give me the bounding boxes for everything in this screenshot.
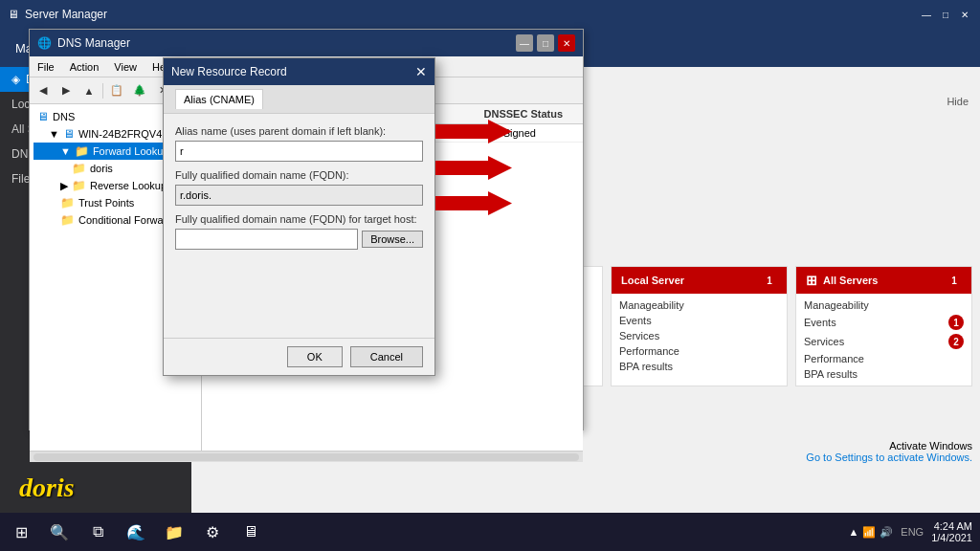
dns-action-menu[interactable]: Action [62,59,107,75]
local-server-body: Manageability Events Services Performanc… [612,294,787,378]
grid-icon: ⊞ [806,273,817,288]
watermark-text: doris [19,473,75,502]
local-server-tile: Local Server 1 Manageability Events Serv… [611,266,788,386]
expand-icon: ▼ [60,145,71,157]
activate-windows-notice: Activate Windows Go to Settings to activ… [806,440,972,463]
all-servers-header: ⊞ All Servers 1 [796,267,971,294]
folder-icon-trust: 📁 [60,196,75,209]
server-manager-titlebar: 🖥 Server Manager — □ ✕ [0,0,980,29]
local-manageability: Manageability [619,298,779,313]
folder-icon-rev: 📁 [72,179,86,192]
dialog-tab-bar: Alias (CNAME) [164,85,434,114]
hide-button[interactable]: Hide [947,96,969,107]
task-view-button[interactable]: ⧉ [80,515,115,549]
separator [102,83,103,99]
maximize-button[interactable]: □ [938,7,953,22]
taskbar-right: ▲ 📶 🔊 ENG 4:24 AM 1/4/2021 [848,520,980,543]
browse-button[interactable]: Browse... [362,231,423,248]
taskbar: ⊞ 🔍 ⧉ 🌊 📁 ⚙ 🖥 ▲ 📶 🔊 ENG 4:24 AM 1/4/2021 [0,513,980,551]
explorer-button[interactable]: 📁 [157,515,191,549]
alias-label: Alias name (uses parent domain if left b… [175,125,423,137]
local-performance: Performance [619,343,779,359]
folder-icon: 📁 [75,144,89,158]
local-events: Events [619,313,779,328]
server-icon: 🖥 [8,8,19,21]
all-events: Events 1 [804,313,964,332]
alias-input[interactable] [175,141,423,162]
dns-forward-btn[interactable]: ▶ [56,81,76,100]
dns-titlebar: 🌐 DNS Manager — □ ✕ [30,30,583,56]
collapse-icon: ▼ [49,128,59,140]
all-servers-body: Manageability Events 1 Services 2 Perfor… [796,294,971,386]
target-input[interactable] [175,229,358,250]
local-services: Services [619,328,779,343]
fqdn-label: Fully qualified domain name (FQDN): [175,169,423,181]
pinned-app[interactable]: 🖥 [234,515,268,549]
close-button[interactable]: ✕ [957,7,972,22]
language-indicator: ENG [901,526,924,538]
dns-file-menu[interactable]: File [30,59,62,75]
folder-icon-cond: 📁 [60,213,75,227]
server-manager-title: 🖥 Server Manager [8,8,107,21]
dns-tree-btn[interactable]: 🌲 [130,81,149,100]
dns-icon: 🌐 [37,36,52,50]
all-manageability: Manageability [804,298,964,313]
dialog-spacer [164,261,434,338]
all-services: Services 2 [804,332,964,351]
dns-maximize-btn[interactable]: □ [537,34,554,52]
start-button[interactable]: ⊞ [4,515,38,549]
taskbar-left: ⊞ 🔍 ⧉ 🌊 📁 ⚙ 🖥 [0,515,268,549]
local-server-header: Local Server 1 [612,267,787,294]
all-performance: Performance [804,351,964,366]
watermark: doris [19,473,75,503]
dialog-footer: OK Cancel [164,338,434,375]
dialog-titlebar: New Resource Record ✕ [164,58,434,85]
col-dnssec: DNSSEC Status [484,108,576,120]
ok-button[interactable]: OK [287,346,343,367]
new-resource-record-dialog: New Resource Record ✕ Alias (CNAME) Alia… [163,57,435,376]
titlebar-controls: — □ ✕ [919,7,972,22]
cancel-button[interactable]: Cancel [350,346,423,367]
all-bpa: BPA results [804,366,964,382]
server-icon: 🖥 [63,127,75,141]
dns-show-btn[interactable]: 📋 [107,81,126,100]
dns-titlebar-controls: — □ ✕ [516,34,575,52]
dns-scrollbar [30,451,583,462]
minimize-button[interactable]: — [919,7,934,22]
dns-root-icon: 🖥 [37,110,49,123]
dns-up-btn[interactable]: ▲ [79,81,99,100]
target-label: Fully qualified domain name (FQDN) for t… [175,213,423,225]
fqdn-input[interactable] [175,185,423,206]
expand-icon-rev: ▶ [60,180,68,192]
dns-view-menu[interactable]: View [106,59,145,75]
taskbar-clock[interactable]: 4:24 AM 1/4/2021 [931,520,972,543]
system-tray: ▲ 📶 🔊 [848,526,893,539]
app-button[interactable]: ⚙ [195,515,230,549]
dashboard-icon: ◈ [11,73,20,86]
dialog-close-button[interactable]: ✕ [415,64,427,79]
dns-minimize-btn[interactable]: — [516,34,533,52]
dns-close-btn[interactable]: ✕ [558,34,575,52]
dialog-body: Alias name (uses parent domain if left b… [164,114,434,261]
target-row: Browse... [175,229,423,250]
dns-title: 🌐 DNS Manager [37,36,130,50]
all-servers-tile: ⊞ All Servers 1 Manageability Events 1 [795,266,972,386]
alias-cname-tab[interactable]: Alias (CNAME) [175,89,263,109]
dialog-title: New Resource Record [171,65,287,78]
dns-back-btn[interactable]: ◀ [33,81,53,100]
edge-button[interactable]: 🌊 [119,515,153,549]
folder-icon-doris: 📁 [72,162,86,175]
dns-menu: File Action View Help [30,59,182,75]
activate-link[interactable]: Go to Settings to activate Windows. [806,452,972,463]
local-bpa: BPA results [619,359,779,374]
search-button[interactable]: 🔍 [42,515,77,549]
